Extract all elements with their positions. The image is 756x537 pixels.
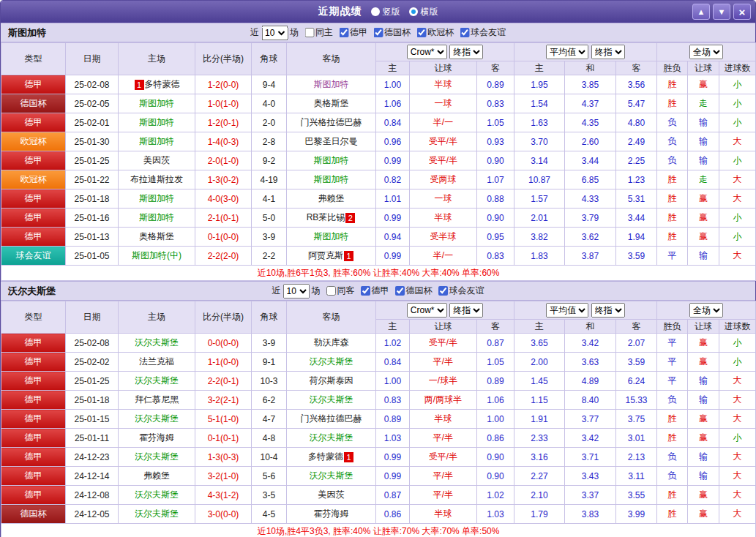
league-checkbox[interactable]: 德甲 — [333, 26, 367, 39]
goals-cell: 大 — [719, 372, 756, 391]
match-row: 德甲25-01-15沃尔夫斯堡5-1(1-0)4-7门兴格拉德巴赫0.89半球1… — [1, 410, 756, 429]
result-cell: 胜 — [657, 170, 688, 189]
avg-draw-cell: 3.62 — [565, 228, 616, 247]
away-team-cell: RB莱比锡2 — [287, 209, 376, 228]
match-row: 德甲25-02-01斯图加特1-2(0-1)2-0门兴格拉德巴赫0.84半/一1… — [1, 113, 756, 132]
avg-source-select[interactable]: 平均值 — [546, 45, 588, 59]
away-odds-cell: 1.05 — [477, 113, 514, 132]
col-handicap-result: 让球 — [688, 320, 719, 334]
rank-badge: 1 — [135, 80, 144, 90]
home-team-cell: 1多特蒙德 — [119, 75, 195, 94]
league-checkbox[interactable]: 球会友谊 — [433, 285, 484, 297]
avg-away-cell: 3.56 — [616, 75, 657, 94]
same-venue-checkbox[interactable]: 同主 — [299, 26, 333, 39]
team-section-wolfsburg: 沃尔夫斯堡 近 10 场 同客 德甲德国杯球会友谊 类型 日期 主场 — [1, 281, 755, 537]
handicap-result-cell: 赢 — [688, 505, 719, 524]
team-label: 斯图加特(中) — [132, 250, 181, 260]
odds-source-select[interactable]: Crow* — [407, 45, 447, 59]
handicap-cell: 半球 — [410, 209, 477, 228]
avg-time-select[interactable]: 终指 — [591, 45, 625, 59]
away-team-cell: 多特蒙德1 — [287, 448, 376, 467]
avg-draw-cell: 3.44 — [565, 151, 616, 170]
avg-home-cell: 3.70 — [514, 132, 565, 151]
scope-select[interactable]: 全场 — [689, 45, 723, 59]
league-checkbox[interactable]: 德国杯 — [367, 26, 411, 39]
avg-away-cell: 2.07 — [616, 334, 657, 353]
date-cell: 25-01-25 — [66, 372, 119, 391]
away-odds-cell: 0.88 — [477, 189, 514, 209]
odds-time-select[interactable]: 终指 — [449, 303, 483, 318]
corners-cell: 5-6 — [252, 467, 287, 486]
away-team-cell: 阿贾克斯1 — [287, 247, 376, 266]
handicap-cell: 两/两球半 — [410, 391, 477, 410]
col-home: 主场 — [119, 43, 195, 75]
avg-time-select[interactable]: 终指 — [591, 303, 625, 318]
avg-source-select[interactable]: 平均值 — [546, 303, 588, 318]
layout-radio-vertical[interactable]: 竖版 — [371, 6, 400, 18]
match-count-select[interactable]: 10 — [283, 284, 310, 298]
league-checkbox[interactable]: 德国杯 — [389, 285, 433, 297]
avg-draw-cell: 3.42 — [565, 429, 616, 448]
scope-group: 全场 — [657, 301, 756, 320]
league-checkbox-input[interactable] — [373, 28, 383, 37]
league-checkbox[interactable]: 球会友谊 — [454, 26, 506, 39]
league-checkbox[interactable]: 欧冠杯 — [411, 26, 454, 39]
date-cell: 24-12-08 — [66, 486, 119, 505]
goals-cell: 大 — [719, 247, 756, 266]
league-checkbox[interactable]: 德甲 — [355, 285, 389, 297]
league-cell: 德甲 — [1, 486, 66, 505]
league-checkbox-input[interactable] — [438, 286, 448, 296]
col-score: 比分(半场) — [195, 43, 252, 75]
avg-home-cell: 1.54 — [514, 94, 565, 113]
match-count-select[interactable]: 10 — [261, 26, 288, 40]
score-cell: 5-1(1-0) — [195, 410, 252, 429]
move-up-button[interactable]: ▲ — [692, 4, 710, 20]
handicap-cell: 半/一 — [410, 113, 477, 132]
scope-select[interactable]: 全场 — [689, 303, 723, 318]
away-team-cell: 勒沃库森 — [287, 334, 376, 353]
league-cell: 德甲 — [1, 353, 66, 372]
league-checkbox-label: 欧冠杯 — [427, 26, 454, 39]
handicap-result-cell: 输 — [688, 467, 719, 486]
away-odds-cell: 0.83 — [477, 247, 514, 266]
same-venue-checkbox[interactable]: 同客 — [321, 285, 355, 297]
summary-row: 近10场,胜6平1负3, 胜率:60% 让胜率:40% 大率:40% 单率:60… — [1, 266, 756, 281]
date-cell: 25-01-22 — [66, 170, 119, 189]
handicap-cell: 半球 — [410, 505, 477, 524]
date-cell: 25-01-18 — [66, 189, 119, 209]
score-cell: 2-1(0-1) — [195, 209, 252, 228]
result-cell: 胜 — [657, 228, 688, 247]
handicap-result-cell: 赢 — [688, 75, 719, 94]
col-away: 客场 — [287, 301, 376, 334]
league-checkbox-input[interactable] — [416, 28, 426, 37]
league-checkbox-input[interactable] — [460, 28, 469, 37]
handicap-cell: 平/半 — [410, 467, 477, 486]
league-checkbox-input[interactable] — [395, 286, 405, 296]
col-odds-home: 主 — [376, 320, 410, 334]
home-team-cell: 沃尔夫斯堡 — [119, 372, 195, 391]
col-avg-draw: 和 — [565, 320, 616, 334]
col-avg-away: 客 — [616, 320, 657, 334]
away-team-cell: 霍芬海姆 — [287, 505, 376, 524]
titlebar-buttons: ▲ ▼ × — [692, 4, 751, 20]
league-checkbox-input[interactable] — [339, 28, 348, 37]
layout-radio-horizontal[interactable]: 横版 — [409, 6, 438, 18]
handicap-cell: 一球 — [410, 94, 477, 113]
move-down-button[interactable]: ▼ — [713, 4, 730, 20]
league-checkbox-input[interactable] — [361, 286, 370, 296]
odds-time-select[interactable]: 终指 — [449, 45, 483, 59]
league-cell: 德国杯 — [1, 505, 66, 524]
match-row: 德甲24-12-08沃尔夫斯堡4-3(1-2)3-5美因茨0.87平/半1.02… — [1, 486, 756, 505]
corners-cell: 10-3 — [252, 372, 287, 391]
score-cell: 2-2(2-0) — [195, 247, 252, 266]
close-button[interactable]: × — [733, 4, 751, 20]
team-label: 霍芬海姆 — [139, 432, 174, 443]
odds-source-select[interactable]: Crow* — [407, 303, 447, 318]
result-cell: 胜 — [657, 505, 688, 524]
away-odds-cell: 0.90 — [477, 467, 514, 486]
col-away: 客场 — [287, 43, 376, 75]
league-cell: 德甲 — [1, 448, 66, 467]
result-cell: 负 — [657, 151, 688, 170]
avg-draw-cell: 3.77 — [565, 410, 616, 429]
result-cell: 胜 — [657, 429, 688, 448]
